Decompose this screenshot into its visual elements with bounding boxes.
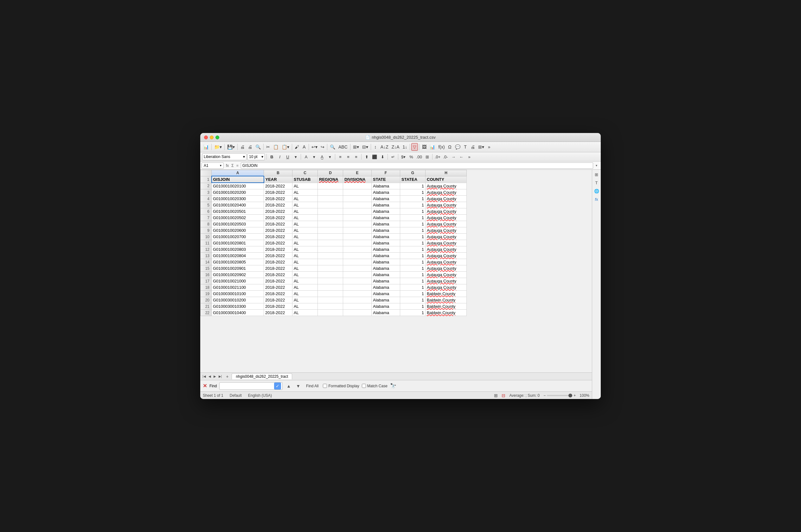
page-view-icon[interactable]: ⊟ <box>502 393 505 398</box>
cell-A18[interactable]: G0100010021100 <box>212 284 264 291</box>
cell-G8[interactable]: 1 <box>400 221 426 227</box>
cell-B5[interactable]: 2018-2022 <box>264 202 293 208</box>
cell-B1[interactable]: YEAR <box>264 176 293 183</box>
font-selector[interactable]: Liberation Sans ▾ <box>202 153 246 160</box>
cell-F6[interactable]: Alabama <box>372 208 400 215</box>
cell-A19[interactable]: G0100030010100 <box>212 291 264 297</box>
cell-H5[interactable]: Autauga County <box>426 202 467 208</box>
cell-H17[interactable]: Autauga County <box>426 278 467 284</box>
cell-F1[interactable]: STATE <box>372 176 400 183</box>
cell-G7[interactable]: 1 <box>400 215 426 221</box>
cell-A15[interactable]: G0100010020901 <box>212 265 264 272</box>
cell-C5[interactable]: AL <box>293 202 318 208</box>
cell-H10[interactable]: Autauga County <box>426 234 467 240</box>
sheet-nav-prev[interactable]: ◀ <box>207 374 212 378</box>
autofilter-btn[interactable]: ▽ <box>411 143 418 151</box>
print2-btn[interactable]: 🖨 <box>469 143 476 151</box>
cell-E12[interactable] <box>343 246 372 253</box>
formatted-display-checkbox[interactable] <box>323 384 327 388</box>
cell-F8[interactable]: Alabama <box>372 221 400 227</box>
cell-E9[interactable] <box>343 227 372 234</box>
sidebar-globe-btn[interactable]: 🌐 <box>593 188 600 194</box>
formatted-display-option[interactable]: Formatted Display <box>323 384 359 388</box>
cell-H19[interactable]: Baldwin County <box>426 291 467 297</box>
open-btn[interactable]: 📁▾ <box>213 143 223 151</box>
cell-H20[interactable]: Baldwin County <box>426 297 467 303</box>
cell-H11[interactable]: Autauga County <box>426 240 467 246</box>
cell-E2[interactable] <box>343 183 372 189</box>
cell-D3[interactable] <box>318 189 343 196</box>
sidebar-text-btn[interactable]: T <box>593 179 600 186</box>
font-color-dropdown-btn[interactable]: ▾ <box>311 153 317 160</box>
col-header-F[interactable]: F <box>372 170 400 176</box>
cell-C7[interactable]: AL <box>293 215 318 221</box>
cell-G1[interactable]: STATEA <box>400 176 426 183</box>
indent-less-btn[interactable]: ← <box>458 153 465 160</box>
cell-ref-dropdown-icon[interactable]: ▾ <box>220 164 222 167</box>
cell-F15[interactable]: Alabama <box>372 265 400 272</box>
cell-F17[interactable]: Alabama <box>372 278 400 284</box>
cell-G6[interactable]: 1 <box>400 208 426 215</box>
cell-H16[interactable]: Autauga County <box>426 272 467 278</box>
cell-B13[interactable]: 2018-2022 <box>264 253 293 259</box>
find-all-btn[interactable]: Find All <box>304 383 320 389</box>
cell-H1[interactable]: COUNTY <box>426 176 467 183</box>
special-chars-btn[interactable]: Ω <box>447 143 453 151</box>
cell-C9[interactable]: AL <box>293 227 318 234</box>
cell-F18[interactable]: Alabama <box>372 284 400 291</box>
cell-E20[interactable] <box>343 297 372 303</box>
zoom-in-icon[interactable]: + <box>574 393 576 398</box>
cell-C10[interactable]: AL <box>293 234 318 240</box>
cell-E13[interactable] <box>343 253 372 259</box>
cell-D10[interactable] <box>318 234 343 240</box>
sheet-nav-next[interactable]: ▶ <box>212 374 217 378</box>
cell-reference[interactable]: A1 ▾ <box>202 163 224 169</box>
cell-H4[interactable]: Autauga County <box>426 196 467 202</box>
cell-G20[interactable]: 1 <box>400 297 426 303</box>
cell-G19[interactable]: 1 <box>400 291 426 297</box>
cell-C21[interactable]: AL <box>293 303 318 310</box>
col-header-C[interactable]: C <box>293 170 318 176</box>
cell-E14[interactable] <box>343 259 372 265</box>
cell-D22[interactable] <box>318 310 343 316</box>
valign-mid-btn[interactable]: ⬛ <box>371 153 378 160</box>
highlight-dropdown-btn[interactable]: ▾ <box>327 153 333 160</box>
match-case-option[interactable]: Match Case <box>362 384 388 388</box>
cell-C22[interactable]: AL <box>293 310 318 316</box>
formula-btn-tb[interactable]: f(x) <box>437 143 446 151</box>
cell-E21[interactable] <box>343 303 372 310</box>
cell-D12[interactable] <box>318 246 343 253</box>
bold-btn[interactable]: B <box>268 153 275 160</box>
formula-dropdown-btn[interactable]: ▾ <box>593 164 599 167</box>
cell-F22[interactable]: Alabama <box>372 310 400 316</box>
cell-B20[interactable]: 2018-2022 <box>264 297 293 303</box>
cell-A10[interactable]: G0100010020700 <box>212 234 264 240</box>
cell-E6[interactable] <box>343 208 372 215</box>
underline-btn[interactable]: U <box>284 153 291 160</box>
table-btn[interactable]: ⊞▾ <box>352 143 360 151</box>
cell-B8[interactable]: 2018-2022 <box>264 221 293 227</box>
cell-B21[interactable]: 2018-2022 <box>264 303 293 310</box>
print-btn[interactable]: 🖨 <box>246 143 254 151</box>
cell-G22[interactable]: 1 <box>400 310 426 316</box>
col-header-B[interactable]: B <box>264 170 293 176</box>
cell-D17[interactable] <box>318 278 343 284</box>
cell-E8[interactable] <box>343 221 372 227</box>
find-next-btn[interactable]: ▼ <box>295 383 302 389</box>
valign-top-btn[interactable]: ⬆ <box>363 153 370 160</box>
cell-G3[interactable]: 1 <box>400 189 426 196</box>
find-close-btn[interactable]: ✕ <box>203 383 207 389</box>
cell-C1[interactable]: STUSAB <box>293 176 318 183</box>
number-format-btn[interactable]: ⊞ <box>424 153 431 160</box>
cell-D7[interactable] <box>318 215 343 221</box>
cell-C12[interactable]: AL <box>293 246 318 253</box>
col-header-D[interactable]: D <box>318 170 343 176</box>
cell-H8[interactable]: Autauga County <box>426 221 467 227</box>
cell-F19[interactable]: Alabama <box>372 291 400 297</box>
cell-H12[interactable]: Autauga County <box>426 246 467 253</box>
match-case-checkbox[interactable] <box>362 384 366 388</box>
percent-btn[interactable]: % <box>408 153 415 160</box>
cell-F3[interactable]: Alabama <box>372 189 400 196</box>
col-header-E[interactable]: E <box>343 170 372 176</box>
cell-A14[interactable]: G0100010020805 <box>212 259 264 265</box>
